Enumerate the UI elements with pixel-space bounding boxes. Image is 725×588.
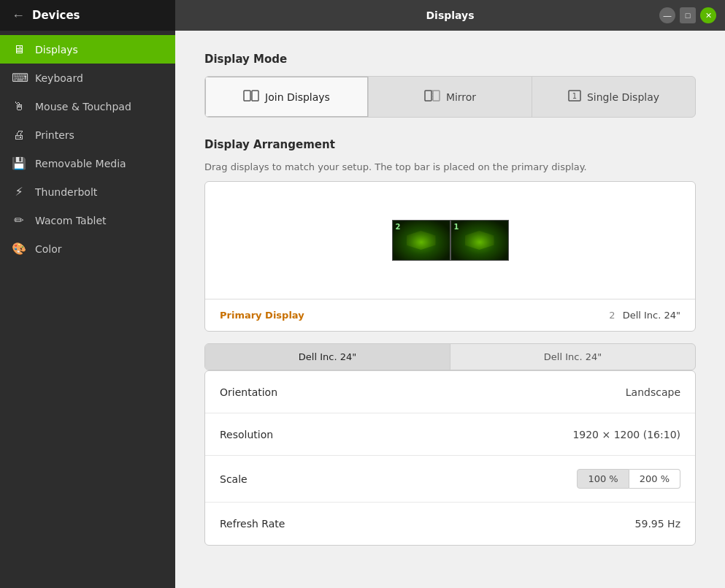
settings-key-3: Refresh Rate	[220, 518, 285, 530]
primary-display-value: 2 Dell Inc. 24"	[609, 310, 680, 321]
sidebar-item-label-thunderbolt: Thunderbolt	[35, 186, 97, 198]
svg-rect-2	[425, 91, 431, 101]
scale-btn-1[interactable]: 200 %	[629, 469, 680, 489]
scale-buttons: 100 %200 %	[577, 469, 680, 489]
svg-rect-0	[244, 91, 250, 101]
sidebar: ← Devices 🖥Displays⌨Keyboard🖱Mouse & Tou…	[0, 0, 175, 588]
sidebar-item-label-displays: Displays	[35, 44, 78, 56]
monitor-tab-1[interactable]: Dell Inc. 24"	[450, 344, 695, 370]
mode-buttons: Join DisplaysMirror1Single Display	[204, 76, 696, 118]
display-thumb-img-2	[393, 221, 450, 260]
sidebar-item-label-mouse: Mouse & Touchpad	[35, 101, 131, 112]
sidebar-item-label-keyboard: Keyboard	[35, 72, 83, 84]
primary-display-row: Primary Display 2 Dell Inc. 24"	[205, 299, 695, 331]
monitor-tabs: Dell Inc. 24"Dell Inc. 24"	[204, 343, 696, 370]
mode-btn-single[interactable]: 1Single Display	[532, 77, 695, 117]
display-canvas: 2 1	[205, 182, 695, 299]
removable-icon: 💾	[12, 156, 26, 170]
sidebar-item-label-color: Color	[35, 243, 62, 255]
sidebar-item-color[interactable]: 🎨Color	[0, 234, 175, 263]
sidebar-item-label-printers: Printers	[35, 129, 74, 141]
sidebar-item-thunderbolt[interactable]: ⚡Thunderbolt	[0, 177, 175, 206]
arrangement-description: Drag displays to match your setup. The t…	[204, 161, 696, 172]
mirror-icon	[424, 90, 440, 104]
join-icon	[243, 90, 259, 104]
single-icon: 1	[568, 90, 581, 104]
sidebar-item-keyboard[interactable]: ⌨Keyboard	[0, 64, 175, 92]
content-area: Display Mode Join DisplaysMirror1Single …	[175, 31, 725, 588]
settings-key-2: Scale	[220, 473, 248, 485]
titlebar: Displays — □ ✕	[175, 0, 725, 31]
settings-val-0: Landscape	[626, 386, 680, 398]
display-thumb-2[interactable]: 2	[392, 220, 450, 261]
window-title: Displays	[426, 9, 474, 21]
color-icon: 🎨	[12, 242, 26, 256]
primary-display-label: Primary Display	[220, 310, 304, 321]
keyboard-icon: ⌨	[12, 71, 26, 85]
settings-key-0: Orientation	[220, 386, 277, 398]
mode-btn-join[interactable]: Join Displays	[205, 77, 369, 117]
display-num-2: 2	[396, 223, 401, 231]
settings-key-1: Resolution	[220, 429, 273, 440]
sidebar-item-mouse[interactable]: 🖱Mouse & Touchpad	[0, 92, 175, 121]
thunderbolt-icon: ⚡	[12, 185, 26, 199]
settings-val-3: 59.95 Hz	[635, 518, 680, 530]
nvidia-logo-2	[407, 231, 436, 250]
wacom-icon: ✏	[12, 213, 26, 227]
minimize-button[interactable]: —	[659, 7, 675, 23]
printers-icon: 🖨	[12, 128, 26, 142]
mode-btn-mirror[interactable]: Mirror	[369, 77, 532, 117]
arrangement-title: Display Arrangement	[204, 138, 696, 151]
mode-btn-label-mirror: Mirror	[446, 91, 476, 103]
monitor-tab-0[interactable]: Dell Inc. 24"	[205, 344, 450, 370]
mode-btn-label-join: Join Displays	[265, 91, 330, 103]
sidebar-item-wacom[interactable]: ✏Wacom Tablet	[0, 206, 175, 234]
sidebar-item-label-wacom: Wacom Tablet	[35, 215, 107, 226]
sidebar-item-removable[interactable]: 💾Removable Media	[0, 149, 175, 177]
settings-row-0: OrientationLandscape	[205, 371, 695, 413]
displays-icon: 🖥	[12, 42, 26, 56]
settings-val-1: 1920 × 1200 (16:10)	[572, 429, 680, 440]
settings-table: OrientationLandscapeResolution1920 × 120…	[204, 370, 696, 546]
display-thumb-1[interactable]: 1	[450, 220, 509, 261]
mode-btn-label-single: Single Display	[587, 91, 659, 103]
close-button[interactable]: ✕	[700, 7, 716, 23]
scale-btn-0[interactable]: 100 %	[577, 469, 629, 489]
display-num-1: 1	[454, 223, 459, 231]
display-mode-title: Display Mode	[204, 53, 696, 66]
sidebar-nav: 🖥Displays⌨Keyboard🖱Mouse & Touchpad🖨Prin…	[0, 31, 175, 267]
sidebar-header: ← Devices	[0, 0, 175, 31]
sidebar-item-label-removable: Removable Media	[35, 158, 126, 169]
maximize-button[interactable]: □	[680, 7, 696, 23]
display-thumb-group: 2 1	[392, 220, 509, 261]
mouse-icon: 🖱	[12, 99, 26, 113]
primary-display-monitor: Dell Inc. 24"	[623, 310, 680, 321]
svg-rect-3	[433, 91, 440, 101]
settings-row-3: Refresh Rate59.95 Hz	[205, 503, 695, 545]
settings-row-2: Scale100 %200 %	[205, 456, 695, 503]
nvidia-logo-1	[465, 231, 494, 250]
sidebar-item-printers[interactable]: 🖨Printers	[0, 121, 175, 149]
svg-rect-1	[252, 91, 258, 101]
display-thumb-img-1	[451, 221, 508, 260]
svg-text:1: 1	[572, 92, 577, 100]
primary-display-num: 2	[609, 310, 615, 321]
arrangement-box: 2 1 Primary Display 2 Dell Inc. 24"	[204, 181, 696, 332]
back-button[interactable]: ←	[12, 8, 25, 23]
settings-row-1: Resolution1920 × 1200 (16:10)	[205, 413, 695, 456]
sidebar-item-displays[interactable]: 🖥Displays	[0, 35, 175, 64]
window-controls: — □ ✕	[659, 7, 716, 23]
sidebar-title: Devices	[32, 9, 80, 22]
main-panel: Displays — □ ✕ Display Mode Join Display…	[175, 0, 725, 588]
monitor-section: Dell Inc. 24"Dell Inc. 24" OrientationLa…	[204, 343, 696, 546]
